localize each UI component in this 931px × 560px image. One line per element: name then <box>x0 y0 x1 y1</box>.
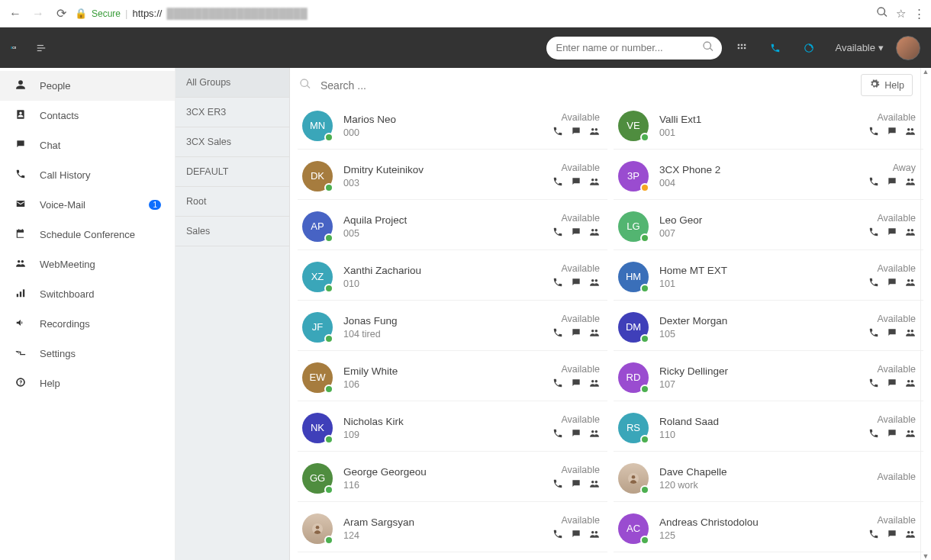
call-icon[interactable] <box>868 378 879 391</box>
person-card[interactable]: Aram Sargsyan124Available <box>298 505 607 552</box>
conference-icon[interactable] <box>905 327 916 340</box>
chat-icon[interactable] <box>887 378 897 391</box>
person-card[interactable]: APAquila Project005Available <box>298 203 607 250</box>
call-icon[interactable] <box>552 529 563 542</box>
call-icon[interactable] <box>868 176 879 189</box>
call-icon[interactable] <box>552 126 563 139</box>
chat-icon[interactable] <box>571 378 581 391</box>
conference-icon[interactable] <box>905 529 916 542</box>
person-card[interactable]: Dave Chapelle120 workAvailable <box>614 455 923 502</box>
conference-icon[interactable] <box>589 277 600 290</box>
call-icon[interactable] <box>552 227 563 240</box>
call-icon[interactable] <box>868 277 879 290</box>
chat-icon[interactable] <box>887 227 897 240</box>
group-item[interactable]: DEFAULT <box>176 157 289 187</box>
browser-back-button[interactable]: ← <box>6 5 24 23</box>
conference-icon[interactable] <box>589 327 600 340</box>
person-card[interactable]: LGLeo Geor007Available <box>614 203 923 250</box>
chat-icon[interactable] <box>571 176 581 189</box>
call-icon[interactable] <box>868 428 879 441</box>
conference-icon[interactable] <box>589 378 600 391</box>
topbar-search[interactable] <box>546 37 722 60</box>
chat-icon[interactable] <box>571 428 581 441</box>
conference-icon[interactable] <box>589 227 600 240</box>
person-card[interactable]: EWEmily White106Available <box>298 354 607 401</box>
chat-icon[interactable] <box>887 176 897 189</box>
scroll-down-icon[interactable]: ▼ <box>922 552 929 560</box>
browser-reload-button[interactable]: ⟳ <box>52 5 70 23</box>
group-item[interactable]: Sales <box>176 217 289 246</box>
sidebar-item-voice-mail[interactable]: Voice-Mail1 <box>0 190 175 220</box>
person-card[interactable]: DMDexter Morgan105Available <box>614 304 923 351</box>
chat-icon[interactable] <box>571 277 581 290</box>
group-item[interactable]: Root <box>176 187 289 217</box>
people-grid-scroll[interactable]: MNMarios Neo000AvailableVEValli Ext1001A… <box>290 102 931 560</box>
content-search-input[interactable] <box>319 79 861 92</box>
call-icon[interactable] <box>868 529 879 542</box>
sidebar-item-people[interactable]: People <box>0 71 175 101</box>
chat-icon[interactable] <box>571 327 581 340</box>
person-card[interactable]: RSRoland Saad110Available <box>614 404 923 452</box>
scrollbar[interactable]: ▲ ▼ <box>920 68 931 560</box>
topbar-user-avatar[interactable] <box>896 36 920 60</box>
person-card[interactable]: MNMarios Neo000Available <box>298 102 607 150</box>
conference-icon[interactable] <box>589 126 600 139</box>
chat-icon[interactable] <box>887 327 897 340</box>
group-item[interactable]: 3CX ER3 <box>176 98 289 127</box>
call-icon[interactable] <box>868 327 879 340</box>
conference-icon[interactable] <box>905 277 916 290</box>
sidebar-item-contacts[interactable]: Contacts <box>0 101 175 130</box>
topbar-phone-button[interactable] <box>762 36 789 60</box>
conference-icon[interactable] <box>905 126 916 139</box>
chat-icon[interactable] <box>571 227 581 240</box>
chat-icon[interactable] <box>571 126 581 139</box>
sidebar-item-schedule-conference[interactable]: Schedule Conference <box>0 220 175 249</box>
browser-star-icon[interactable]: ☆ <box>896 7 906 21</box>
browser-address-bar[interactable]: 🔒 Secure | https:// ████████████████████ <box>75 8 871 19</box>
sidebar-item-switchboard[interactable]: Switchboard <box>0 279 175 309</box>
browser-zoom-icon[interactable] <box>876 6 888 21</box>
chat-icon[interactable] <box>887 529 897 542</box>
sidebar-item-chat[interactable]: Chat <box>0 130 175 160</box>
sidebar-item-call-history[interactable]: Call History <box>0 160 175 190</box>
call-icon[interactable] <box>552 478 563 491</box>
topbar-status-dropdown[interactable]: Available ▾ <box>829 42 890 53</box>
call-icon[interactable] <box>552 176 563 189</box>
group-item[interactable]: All Groups <box>176 68 289 98</box>
call-icon[interactable] <box>868 126 879 139</box>
topbar-search-input[interactable] <box>554 41 702 54</box>
browser-forward-button[interactable]: → <box>29 5 47 23</box>
conference-icon[interactable] <box>905 428 916 441</box>
person-card[interactable]: RDRicky Dellinger107Available <box>614 354 923 401</box>
conference-icon[interactable] <box>589 529 600 542</box>
person-card[interactable]: NKNicholas Kirk109Available <box>298 404 607 452</box>
sidebar-item-help[interactable]: Help <box>0 369 175 398</box>
person-card[interactable]: GGGeorge Georgeou116Available <box>298 455 607 502</box>
sidebar-item-recordings[interactable]: Recordings <box>0 309 175 339</box>
group-item[interactable]: 3CX Sales <box>176 127 289 157</box>
conference-icon[interactable] <box>905 176 916 189</box>
person-card[interactable]: XZXanthi Zachariou010Available <box>298 253 607 301</box>
call-icon[interactable] <box>552 378 563 391</box>
conference-icon[interactable] <box>589 428 600 441</box>
search-icon[interactable] <box>702 40 714 55</box>
call-icon[interactable] <box>552 277 563 290</box>
sidebar-item-webmeeting[interactable]: WebMeeting <box>0 249 175 279</box>
call-icon[interactable] <box>552 428 563 441</box>
person-card[interactable]: ACAndreas Christodolou125Available <box>614 505 923 552</box>
person-card[interactable]: DKDmitry Kuteinikov003Available <box>298 153 607 200</box>
help-button[interactable]: Help <box>861 74 913 96</box>
conference-icon[interactable] <box>905 378 916 391</box>
conference-icon[interactable] <box>905 227 916 240</box>
sidebar-item-settings[interactable]: Settings <box>0 339 175 369</box>
chat-icon[interactable] <box>887 428 897 441</box>
conference-icon[interactable] <box>589 176 600 189</box>
call-icon[interactable] <box>552 327 563 340</box>
scroll-up-icon[interactable]: ▲ <box>922 68 929 76</box>
call-icon[interactable] <box>868 227 879 240</box>
topbar-dialpad-button[interactable] <box>728 36 755 60</box>
chat-icon[interactable] <box>571 529 581 542</box>
person-card[interactable]: HMHome MT EXT101Available <box>614 253 923 301</box>
chat-icon[interactable] <box>887 126 897 139</box>
topbar-menu-toggle-button[interactable] <box>27 36 55 60</box>
